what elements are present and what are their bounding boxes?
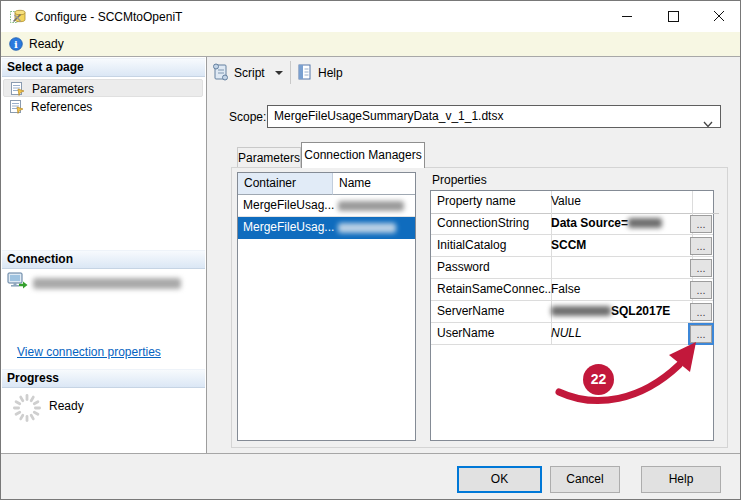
toolbar-separator bbox=[290, 61, 291, 84]
property-value-cell[interactable]: NULL bbox=[545, 323, 693, 344]
properties-header-row: Property name Value bbox=[431, 191, 713, 213]
column-header-buttons bbox=[686, 191, 719, 214]
script-icon bbox=[212, 62, 229, 82]
status-text: Ready bbox=[29, 37, 64, 51]
property-name-cell: RetainSameConnec... bbox=[431, 279, 552, 300]
ellipsis-button[interactable]: ... bbox=[690, 281, 712, 299]
ellipsis-button[interactable]: ... bbox=[690, 237, 712, 255]
close-icon[interactable] bbox=[696, 1, 741, 31]
column-header-value[interactable]: Value bbox=[545, 191, 693, 214]
progress-header: Progress bbox=[2, 369, 205, 388]
property-name-cell: ServerName bbox=[431, 301, 552, 322]
ellipsis-button[interactable]: ... bbox=[690, 259, 712, 277]
value-text: SQL2017E bbox=[611, 304, 670, 318]
name-cell-redacted bbox=[338, 223, 396, 233]
progress-status-text: Ready bbox=[49, 399, 84, 413]
page-icon bbox=[9, 99, 25, 119]
chevron-down-icon bbox=[703, 114, 713, 121]
property-row: UserName NULL ... bbox=[431, 323, 713, 345]
property-value-cell[interactable]: False bbox=[545, 279, 693, 300]
manager-row-selected[interactable]: MergeFileUsag... bbox=[238, 217, 415, 239]
annotation-badge: 22 bbox=[583, 364, 614, 395]
select-a-page-header: Select a page bbox=[2, 58, 205, 77]
minimize-button[interactable] bbox=[604, 1, 650, 31]
value-text: Data Source= bbox=[551, 216, 628, 230]
configure-dialog: Configure - SCCMtoOpeniT i Ready Select … bbox=[0, 0, 741, 500]
manager-row[interactable]: MergeFileUsag... bbox=[238, 195, 415, 217]
svg-text:i: i bbox=[14, 39, 18, 50]
ok-button[interactable]: OK bbox=[457, 466, 542, 493]
cancel-button[interactable]: Cancel bbox=[550, 466, 620, 493]
scope-combobox[interactable]: MergeFileUsageSummaryData_v_1_1.dtsx bbox=[267, 105, 721, 128]
server-connection-icon bbox=[7, 272, 29, 290]
property-row: Password ... bbox=[431, 257, 713, 279]
connection-header: Connection bbox=[2, 250, 205, 269]
footer: OK Cancel Help bbox=[1, 453, 740, 500]
tab-connection-managers[interactable]: Connection Managers bbox=[301, 142, 425, 168]
tab-parameters[interactable]: Parameters bbox=[237, 147, 301, 167]
value-redacted bbox=[628, 218, 662, 228]
container-cell: MergeFileUsag... bbox=[243, 195, 334, 216]
property-row: InitialCatalog SCCM ... bbox=[431, 235, 713, 257]
name-cell-redacted bbox=[338, 201, 404, 211]
scope-label: Scope: bbox=[229, 110, 266, 124]
help-toolbar-button[interactable]: Help bbox=[318, 66, 343, 80]
property-name-cell: ConnectionString bbox=[431, 213, 552, 234]
properties-title: Properties bbox=[432, 173, 487, 187]
property-value-cell[interactable]: SQL2017E bbox=[545, 301, 693, 322]
connection-name-redacted bbox=[33, 278, 181, 289]
connection-managers-grid: Container Name MergeFileUsag... MergeFil… bbox=[237, 172, 416, 441]
ellipsis-button-username[interactable]: ... bbox=[690, 325, 712, 343]
script-dropdown-arrow-icon[interactable] bbox=[275, 71, 283, 75]
sidebar: Select a page Parameters bbox=[1, 57, 207, 453]
value-redacted bbox=[551, 306, 611, 316]
script-button[interactable]: Script bbox=[234, 66, 265, 80]
app-icon bbox=[10, 8, 26, 24]
help-icon bbox=[297, 63, 313, 81]
help-button[interactable]: Help bbox=[641, 466, 721, 493]
property-value-cell[interactable] bbox=[545, 257, 693, 278]
property-name-cell: UserName bbox=[431, 323, 552, 344]
property-row: ConnectionString Data Source= ... bbox=[431, 213, 713, 235]
status-bar: i Ready bbox=[1, 32, 740, 57]
info-icon: i bbox=[9, 37, 23, 51]
properties-grid: Property name Value ConnectionString Dat… bbox=[430, 190, 714, 441]
ellipsis-button[interactable]: ... bbox=[690, 215, 712, 233]
maximize-button[interactable] bbox=[650, 1, 696, 31]
property-value-cell[interactable]: Data Source= bbox=[545, 213, 693, 234]
property-row: RetainSameConnec... False ... bbox=[431, 279, 713, 301]
sidebar-item-references[interactable]: References bbox=[3, 98, 203, 116]
window-title: Configure - SCCMtoOpeniT bbox=[35, 10, 182, 24]
sidebar-item-label: References bbox=[31, 98, 92, 116]
property-value-cell[interactable]: SCCM bbox=[545, 235, 693, 256]
sidebar-item-parameters[interactable]: Parameters bbox=[3, 79, 203, 97]
column-header-container[interactable]: Container bbox=[238, 173, 333, 195]
property-name-cell: InitialCatalog bbox=[431, 235, 552, 256]
property-name-cell: Password bbox=[431, 257, 552, 278]
progress-spinner-icon bbox=[11, 392, 43, 424]
container-cell: MergeFileUsag... bbox=[243, 217, 334, 238]
view-connection-properties-link[interactable]: View connection properties bbox=[17, 345, 161, 359]
sidebar-item-label: Parameters bbox=[32, 80, 94, 98]
property-row: ServerName SQL2017E ... bbox=[431, 301, 713, 323]
column-header-property-name[interactable]: Property name bbox=[431, 191, 552, 214]
title-bar: Configure - SCCMtoOpeniT bbox=[1, 1, 740, 32]
scope-value: MergeFileUsageSummaryData_v_1_1.dtsx bbox=[274, 109, 503, 123]
column-header-name[interactable]: Name bbox=[333, 173, 415, 195]
ellipsis-button[interactable]: ... bbox=[690, 303, 712, 321]
